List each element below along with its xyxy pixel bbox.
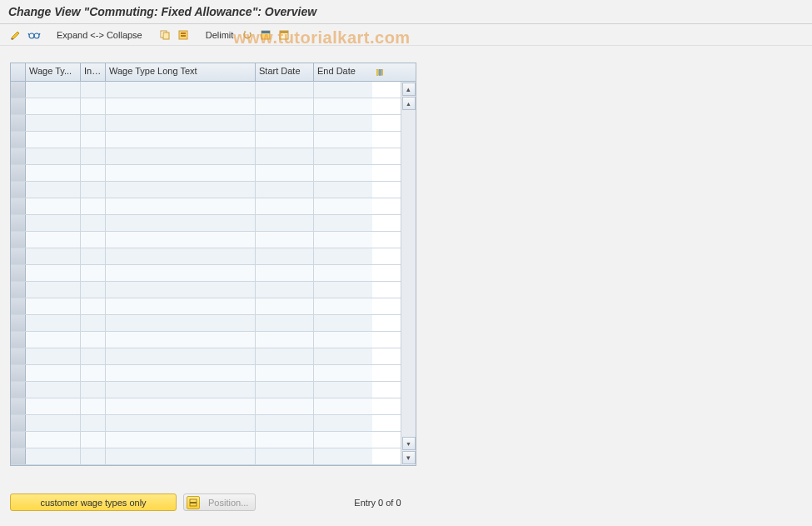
table-row[interactable] bbox=[11, 232, 401, 248]
expand-collapse-button[interactable]: Expand <-> Collapse bbox=[53, 28, 146, 43]
table-row[interactable] bbox=[11, 298, 401, 315]
cell-wage-type[interactable] bbox=[26, 282, 81, 298]
cell-long-text[interactable] bbox=[106, 215, 256, 231]
cell-inf[interactable] bbox=[81, 232, 106, 248]
cell-inf[interactable] bbox=[81, 365, 106, 381]
cell-long-text[interactable] bbox=[106, 332, 256, 348]
cell-inf[interactable] bbox=[81, 148, 106, 164]
row-selector[interactable] bbox=[11, 282, 26, 298]
cell-start-date[interactable] bbox=[256, 448, 314, 464]
col-header-long-text[interactable]: Wage Type Long Text bbox=[106, 63, 256, 81]
cell-wage-type[interactable] bbox=[26, 398, 81, 414]
cell-wage-type[interactable] bbox=[26, 315, 81, 331]
cell-long-text[interactable] bbox=[106, 298, 256, 314]
cell-inf[interactable] bbox=[81, 315, 106, 331]
cell-long-text[interactable] bbox=[106, 382, 256, 398]
cell-start-date[interactable] bbox=[256, 248, 314, 264]
cell-start-date[interactable] bbox=[256, 265, 314, 281]
cell-long-text[interactable] bbox=[106, 98, 256, 114]
cell-start-date[interactable] bbox=[256, 98, 314, 114]
row-selector[interactable] bbox=[11, 232, 26, 248]
cell-start-date[interactable] bbox=[256, 415, 314, 431]
table-row[interactable] bbox=[11, 282, 401, 298]
table-row[interactable] bbox=[11, 215, 401, 232]
cell-inf[interactable] bbox=[81, 248, 106, 264]
cell-long-text[interactable] bbox=[106, 265, 256, 281]
cell-start-date[interactable] bbox=[256, 398, 314, 414]
cell-long-text[interactable] bbox=[106, 248, 256, 264]
col-header-wage-type[interactable]: Wage Ty... bbox=[26, 63, 81, 81]
cell-end-date[interactable] bbox=[314, 382, 372, 398]
table-row[interactable] bbox=[11, 148, 401, 165]
cell-wage-type[interactable] bbox=[26, 265, 81, 281]
cell-wage-type[interactable] bbox=[26, 98, 81, 114]
cell-start-date[interactable] bbox=[256, 298, 314, 314]
cell-wage-type[interactable] bbox=[26, 248, 81, 264]
cell-inf[interactable] bbox=[81, 182, 106, 198]
row-selector[interactable] bbox=[11, 432, 26, 448]
cell-start-date[interactable] bbox=[256, 82, 314, 98]
row-selector[interactable] bbox=[11, 115, 26, 131]
cell-start-date[interactable] bbox=[256, 382, 314, 398]
row-selector-header[interactable] bbox=[11, 63, 26, 81]
cell-long-text[interactable] bbox=[106, 432, 256, 448]
row-selector[interactable] bbox=[11, 248, 26, 264]
row-selector[interactable] bbox=[11, 165, 26, 181]
cell-inf[interactable] bbox=[81, 82, 106, 98]
cell-wage-type[interactable] bbox=[26, 148, 81, 164]
undo-icon[interactable] bbox=[240, 28, 255, 43]
cell-inf[interactable] bbox=[81, 382, 106, 398]
cell-inf[interactable] bbox=[81, 332, 106, 348]
row-selector[interactable] bbox=[11, 332, 26, 348]
cell-inf[interactable] bbox=[81, 348, 106, 364]
table-row[interactable] bbox=[11, 448, 401, 465]
cell-wage-type[interactable] bbox=[26, 365, 81, 381]
copy-icon[interactable] bbox=[157, 28, 172, 43]
cell-end-date[interactable] bbox=[314, 332, 372, 348]
scroll-down-icon[interactable]: ▼ bbox=[402, 437, 416, 450]
row-selector[interactable] bbox=[11, 398, 26, 414]
cell-long-text[interactable] bbox=[106, 348, 256, 364]
cell-wage-type[interactable] bbox=[26, 232, 81, 248]
table-row[interactable] bbox=[11, 198, 401, 215]
select-block-icon[interactable] bbox=[258, 28, 273, 43]
row-selector[interactable] bbox=[11, 265, 26, 281]
cell-start-date[interactable] bbox=[256, 132, 314, 148]
cell-end-date[interactable] bbox=[314, 215, 372, 231]
cell-wage-type[interactable] bbox=[26, 298, 81, 314]
cell-end-date[interactable] bbox=[314, 282, 372, 298]
row-selector[interactable] bbox=[11, 98, 26, 114]
table-row[interactable] bbox=[11, 165, 401, 182]
row-selector[interactable] bbox=[11, 182, 26, 198]
cell-wage-type[interactable] bbox=[26, 82, 81, 98]
table-row[interactable] bbox=[11, 415, 401, 432]
cell-wage-type[interactable] bbox=[26, 132, 81, 148]
cell-start-date[interactable] bbox=[256, 282, 314, 298]
cell-wage-type[interactable] bbox=[26, 215, 81, 231]
col-header-end-date[interactable]: End Date bbox=[314, 63, 372, 81]
customer-wage-types-button[interactable]: customer wage types only bbox=[10, 493, 177, 511]
edit-pencil-icon[interactable] bbox=[8, 28, 23, 43]
cell-inf[interactable] bbox=[81, 115, 106, 131]
cell-wage-type[interactable] bbox=[26, 115, 81, 131]
cell-long-text[interactable] bbox=[106, 198, 256, 214]
cell-inf[interactable] bbox=[81, 98, 106, 114]
cell-end-date[interactable] bbox=[314, 98, 372, 114]
configure-columns-icon[interactable] bbox=[372, 63, 387, 81]
cell-wage-type[interactable] bbox=[26, 332, 81, 348]
cell-inf[interactable] bbox=[81, 415, 106, 431]
cell-end-date[interactable] bbox=[314, 82, 372, 98]
scroll-bottom-icon[interactable]: ▾ bbox=[402, 451, 416, 464]
cell-start-date[interactable] bbox=[256, 332, 314, 348]
cell-end-date[interactable] bbox=[314, 265, 372, 281]
cell-end-date[interactable] bbox=[314, 132, 372, 148]
cell-end-date[interactable] bbox=[314, 248, 372, 264]
cell-long-text[interactable] bbox=[106, 282, 256, 298]
cell-inf[interactable] bbox=[81, 398, 106, 414]
cell-inf[interactable] bbox=[81, 165, 106, 181]
cell-long-text[interactable] bbox=[106, 315, 256, 331]
table-row[interactable] bbox=[11, 432, 401, 448]
cell-wage-type[interactable] bbox=[26, 415, 81, 431]
table-row[interactable] bbox=[11, 182, 401, 198]
table-row[interactable] bbox=[11, 82, 401, 98]
